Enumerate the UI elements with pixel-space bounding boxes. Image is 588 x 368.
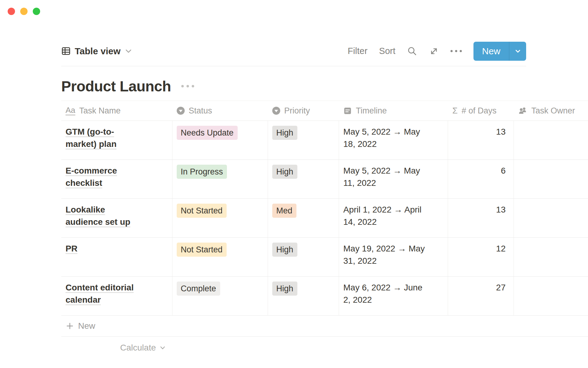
timeline-text: May 6, 2022 → June 2, 2022 — [343, 282, 427, 306]
days-cell[interactable]: 12 — [448, 238, 514, 276]
search-icon[interactable] — [407, 46, 417, 56]
task-name-text: Content editorial calendar — [66, 282, 142, 306]
chevron-down-icon — [159, 344, 166, 351]
table-header: Aa Task Name Status Priority — [61, 101, 588, 121]
filter-button[interactable]: Filter — [348, 46, 367, 56]
status-badge: In Progress — [177, 165, 227, 179]
table-row: GTM (go-to-market) plan Needs Update Hig… — [61, 121, 588, 160]
priority-badge: High — [272, 165, 297, 179]
status-cell[interactable]: In Progress — [172, 160, 268, 198]
priority-cell[interactable]: Med — [268, 199, 339, 237]
priority-cell[interactable]: High — [268, 277, 339, 315]
task-name-text: GTM (go-to-market) plan — [66, 126, 142, 150]
status-badge: Needs Update — [177, 126, 238, 140]
calendar-icon — [343, 106, 352, 115]
priority-cell[interactable]: High — [268, 238, 339, 276]
people-icon — [518, 106, 527, 115]
timeline-cell[interactable]: April 1, 2022 → April 14, 2022 — [339, 199, 448, 237]
status-cell[interactable]: Not Started — [172, 199, 268, 237]
timeline-cell[interactable]: May 19, 2022 → May 31, 2022 — [339, 238, 448, 276]
column-header-task-owner[interactable]: Task Owner — [514, 101, 588, 121]
app-window: Table view Filter Sort — [0, 0, 588, 359]
status-badge: Not Started — [177, 243, 227, 257]
days-value: 12 — [496, 244, 506, 253]
days-value: 27 — [496, 283, 506, 292]
task-owner-cell[interactable] — [514, 277, 588, 315]
calculate-label: Calculate — [120, 343, 156, 353]
timeline-text: May 19, 2022 → May 31, 2022 — [343, 243, 427, 267]
priority-badge: High — [272, 243, 297, 257]
new-dropdown-button[interactable] — [509, 42, 526, 61]
new-row-label: New — [78, 321, 95, 331]
column-label: Task Name — [79, 106, 121, 116]
column-header-task-name[interactable]: Aa Task Name — [61, 101, 172, 121]
timeline-cell[interactable]: May 5, 2022 → May 18, 2022 — [339, 121, 448, 159]
status-cell[interactable]: Needs Update — [172, 121, 268, 159]
column-header-timeline[interactable]: Timeline — [339, 101, 448, 121]
toolbar-actions: Filter Sort New — [348, 42, 526, 61]
column-header-priority[interactable]: Priority — [268, 101, 339, 121]
priority-badge: Med — [272, 204, 296, 218]
days-cell[interactable]: 6 — [448, 160, 514, 198]
view-switcher[interactable]: Table view — [61, 46, 132, 56]
calculate-button[interactable]: Calculate — [61, 337, 172, 359]
zoom-window-button[interactable] — [33, 8, 40, 15]
window-controls — [8, 8, 40, 15]
page-title[interactable]: Product Launch — [61, 78, 171, 95]
minimize-window-button[interactable] — [20, 8, 28, 15]
timeline-cell[interactable]: May 6, 2022 → June 2, 2022 — [339, 277, 448, 315]
select-property-icon — [272, 107, 280, 115]
priority-cell[interactable]: High — [268, 121, 339, 159]
days-value: 13 — [496, 127, 506, 136]
task-owner-cell[interactable] — [514, 199, 588, 237]
new-row-button[interactable]: New — [61, 316, 588, 337]
days-cell[interactable]: 27 — [448, 277, 514, 315]
sort-button[interactable]: Sort — [379, 46, 395, 56]
task-table: Aa Task Name Status Priority — [61, 101, 588, 359]
task-name-text: E-commerce checklist — [66, 165, 142, 189]
column-label: # of Days — [462, 106, 496, 116]
page-menu-icon[interactable] — [181, 85, 194, 87]
page-content: Table view Filter Sort — [0, 0, 588, 359]
task-name-text: Lookalike audience set up — [66, 204, 142, 228]
column-header-days[interactable]: Σ # of Days — [448, 101, 514, 121]
task-name-text: PR — [66, 243, 77, 255]
column-label: Timeline — [356, 106, 387, 116]
chevron-down-icon — [125, 47, 132, 55]
table-row: PR Not Started High May 19, 2022 → May 3… — [61, 238, 588, 277]
task-name-cell[interactable]: PR — [61, 238, 172, 276]
select-property-icon — [177, 107, 185, 115]
title-row: Product Launch — [61, 77, 588, 95]
priority-badge: High — [272, 126, 297, 140]
task-owner-cell[interactable] — [514, 121, 588, 159]
timeline-text: May 5, 2022 → May 18, 2022 — [343, 126, 427, 150]
timeline-cell[interactable]: May 5, 2022 → May 11, 2022 — [339, 160, 448, 198]
more-options-icon[interactable] — [450, 50, 462, 52]
column-label: Status — [189, 106, 212, 116]
days-cell[interactable]: 13 — [448, 121, 514, 159]
timeline-text: May 5, 2022 → May 11, 2022 — [343, 165, 427, 189]
close-window-button[interactable] — [8, 8, 15, 15]
title-property-icon: Aa — [66, 106, 75, 115]
status-cell[interactable]: Complete — [172, 277, 268, 315]
task-name-cell[interactable]: Lookalike audience set up — [61, 199, 172, 237]
table-row: Lookalike audience set up Not Started Me… — [61, 199, 588, 238]
priority-cell[interactable]: High — [268, 160, 339, 198]
task-name-cell[interactable]: GTM (go-to-market) plan — [61, 121, 172, 159]
sum-property-icon: Σ — [452, 106, 458, 115]
timeline-text: April 1, 2022 → April 14, 2022 — [343, 204, 427, 228]
status-cell[interactable]: Not Started — [172, 238, 268, 276]
task-name-cell[interactable]: Content editorial calendar — [61, 277, 172, 315]
status-badge: Complete — [177, 282, 220, 296]
task-owner-cell[interactable] — [514, 238, 588, 276]
new-button[interactable]: New — [473, 42, 509, 61]
task-owner-cell[interactable] — [514, 160, 588, 198]
view-label: Table view — [75, 46, 121, 56]
column-label: Task Owner — [531, 106, 575, 116]
plus-icon — [66, 322, 74, 330]
task-name-cell[interactable]: E-commerce checklist — [61, 160, 172, 198]
expand-icon[interactable] — [429, 46, 439, 56]
days-cell[interactable]: 13 — [448, 199, 514, 237]
column-header-status[interactable]: Status — [172, 101, 268, 121]
status-badge: Not Started — [177, 204, 227, 218]
